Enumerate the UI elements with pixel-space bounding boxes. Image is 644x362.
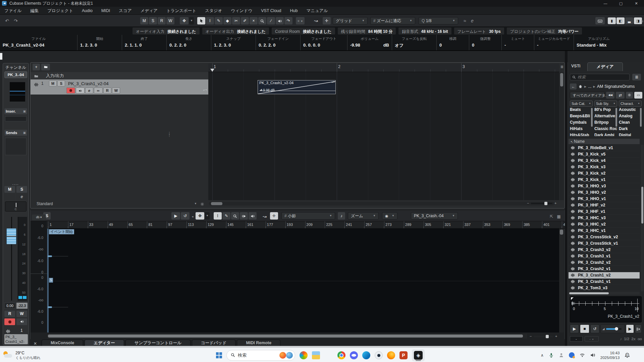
pan-control[interactable]: C xyxy=(5,201,26,212)
automation-button[interactable]: S xyxy=(149,17,157,24)
editor-autoscroll-icon[interactable]: ✥ xyxy=(196,212,204,220)
media-file-row[interactable]: PK_2_Tom3_v3 xyxy=(569,285,640,291)
media-window-icon[interactable]: ▭ xyxy=(634,92,642,99)
lower-zone-tab[interactable]: MIDI Remote xyxy=(237,340,280,346)
editor-range-tool-icon[interactable]: I xyxy=(214,212,222,220)
track-record-enable[interactable] xyxy=(66,87,75,94)
filter-item[interactable]: 80's Pop xyxy=(594,107,617,113)
media-file-row[interactable]: PK_3_HHF_v1 xyxy=(569,208,640,215)
inserts-bypass-icon[interactable]: ▣ xyxy=(23,110,26,113)
lower-zone-tab[interactable]: コードパッド xyxy=(192,340,235,346)
weather-widget[interactable]: 29°C くもりのち晴れ xyxy=(3,348,41,362)
filter-item[interactable]: Clean xyxy=(619,119,642,126)
audio-event[interactable]: PK_3_Crash1_v2-04 -9.98 dB ▸≡ xyxy=(258,80,336,94)
setup-toolbar-icon[interactable] xyxy=(640,17,644,24)
breadcrumb-current[interactable]: AM SignatureDrums xyxy=(597,84,635,89)
event-start-line[interactable] xyxy=(47,229,49,333)
project-vertical-scrollbar[interactable] xyxy=(559,72,564,200)
preview-play-icon[interactable]: ▶ xyxy=(570,324,579,333)
info-field[interactable]: スナップ 1. 2. 3. 0 xyxy=(211,35,256,50)
media-file-row[interactable]: PK_3_HHO_v1 xyxy=(569,196,640,202)
tool-dropdown-caret[interactable]: ▼ xyxy=(189,17,194,24)
menu-item[interactable]: スタジオ xyxy=(201,7,226,15)
draw-tool-icon[interactable]: ✎ xyxy=(215,17,223,24)
play-tool-icon[interactable] xyxy=(276,17,284,24)
info-field[interactable]: フェードイン 0. 2. 2. 0 xyxy=(256,35,300,50)
media-file-row[interactable]: PK_3_Crash3_v1 xyxy=(569,253,640,259)
lower-zone-toggle-icon[interactable]: ▃ xyxy=(625,17,633,24)
meter-peak-value[interactable]: -22.3 xyxy=(16,303,28,309)
editor-zoom-dropdown[interactable]: ズーム▼ xyxy=(348,212,379,220)
status-item[interactable]: オーディオ入力接続されました xyxy=(132,27,200,35)
info-field[interactable]: 開始 1. 2. 3. 0 xyxy=(77,35,122,50)
media-file-row[interactable]: PK_3_Kick_v2 xyxy=(569,170,640,177)
editor-zoom-slider[interactable] xyxy=(534,336,553,337)
range-selection-tool-icon[interactable]: I xyxy=(206,17,214,24)
editor-part-dropdown[interactable]: PK_3_Crash.-04▼ xyxy=(411,212,458,220)
info-field[interactable]: フェーズを反転 オフ xyxy=(392,35,436,50)
filter-item[interactable]: Acoustic xyxy=(619,107,642,113)
lower-zone-tab[interactable]: エディター xyxy=(85,340,124,346)
editor-vertical-scrollbar[interactable] xyxy=(559,229,564,333)
media-file-row[interactable]: PK_3_HHO_v3 xyxy=(569,183,640,189)
media-file-row[interactable]: PK_3_Kick_v3 xyxy=(569,164,640,170)
track-monitor[interactable] xyxy=(76,87,85,94)
back-icon[interactable]: ← xyxy=(570,83,577,89)
menu-item[interactable]: ウィンドウ xyxy=(226,7,257,15)
media-file-row[interactable]: PK_3_CrossStick_v2 xyxy=(569,234,640,240)
fader-cap[interactable] xyxy=(6,228,16,244)
scrollbar-thumb[interactable] xyxy=(560,230,563,235)
zoom-slider-thumb[interactable] xyxy=(546,335,549,338)
sends-section[interactable]: Sends ▣ xyxy=(4,130,27,136)
info-field[interactable]: フェードアウト 0. 0. 0. 0 xyxy=(300,35,347,50)
zoom-tool-icon[interactable] xyxy=(258,17,266,24)
media-file-row[interactable]: PK_3_Crash2_v2 xyxy=(569,259,640,266)
person-icon[interactable] xyxy=(559,353,564,358)
read-automation-button[interactable]: R xyxy=(4,311,15,317)
event-start-label[interactable]: イベント開始 xyxy=(49,229,74,234)
mute-tool-icon[interactable]: × xyxy=(250,17,258,24)
quantize-panel-icon[interactable]: e xyxy=(469,17,476,24)
split-tool-icon[interactable]: ✂ xyxy=(232,17,240,24)
audio-track-selected[interactable]: 1 M S PK_3_Crash1_v2-04 e ∞ R W ⌐¬ xyxy=(31,79,208,95)
autoscroll-caret[interactable]: ▼ xyxy=(205,212,210,220)
media-file-row[interactable]: PK_3_HHC_v3 xyxy=(569,215,640,221)
filter-item[interactable]: Classic Roc xyxy=(594,126,617,132)
track-solo-button[interactable]: S xyxy=(57,80,65,86)
preview-volume[interactable]: ◢ xyxy=(600,324,625,333)
editor-expand-icon[interactable]: ⇱ xyxy=(548,213,554,220)
file-explorer-icon[interactable] xyxy=(312,351,320,359)
lower-zone-tab[interactable]: サンプラーコントロール xyxy=(125,340,191,346)
editor-scrub-tool-icon[interactable] xyxy=(240,212,248,220)
snap-point-marker[interactable]: S xyxy=(49,278,53,283)
editor-play-tool-icon[interactable] xyxy=(249,212,257,220)
edit-channel-button[interactable]: e xyxy=(16,194,27,200)
cubase-taskbar-icon-active[interactable]: ◈ xyxy=(412,349,425,361)
write-automation-button[interactable]: W xyxy=(16,311,27,317)
quantize-dropdown[interactable]: Q 1/8▼ xyxy=(419,17,458,24)
lower-zone-tab[interactable]: MixConsole xyxy=(42,340,83,346)
filter-item[interactable]: Cymbals xyxy=(570,119,593,126)
event-display[interactable]: PK_3_Crash1_v2-04 -9.98 dB ▸≡ xyxy=(208,72,559,200)
editor-setup-icon[interactable]: ▦ xyxy=(556,213,562,220)
status-item[interactable]: 録音形式48 kHz - 16 bit xyxy=(398,27,451,35)
editor-zoom-tool-icon[interactable] xyxy=(231,212,239,220)
media-list-view-icon[interactable]: ≣ xyxy=(632,74,641,80)
editor-draw-tool-icon[interactable]: ✎ xyxy=(222,212,230,220)
preview-stop-icon[interactable]: ■ xyxy=(580,324,589,333)
status-item[interactable]: Control Room接続されました xyxy=(272,27,335,35)
left-zone-toggle-icon[interactable]: ▮ xyxy=(608,17,616,24)
zoom-slider[interactable] xyxy=(531,203,552,204)
minimize-button[interactable]: — xyxy=(598,0,613,7)
results-name-header[interactable]: ↖ Name xyxy=(569,139,640,144)
track-edit-button[interactable]: e xyxy=(85,87,93,94)
start-button[interactable] xyxy=(216,352,222,358)
fader-value[interactable]: 0.00 xyxy=(4,303,15,309)
iterative-quantize-icon[interactable]: ≈ xyxy=(462,17,468,24)
zoom-fit-dropdown[interactable]: # ズームに適応▼ xyxy=(370,17,415,24)
undo-icon[interactable]: ↶ xyxy=(3,17,11,24)
scrollbar-thumb[interactable] xyxy=(48,335,523,338)
ruler-options-icon[interactable]: ≣ xyxy=(560,65,564,69)
media-file-row[interactable]: PK_3_HHC_v2 xyxy=(569,221,640,228)
notification-bell-icon[interactable]: z xyxy=(625,352,630,358)
